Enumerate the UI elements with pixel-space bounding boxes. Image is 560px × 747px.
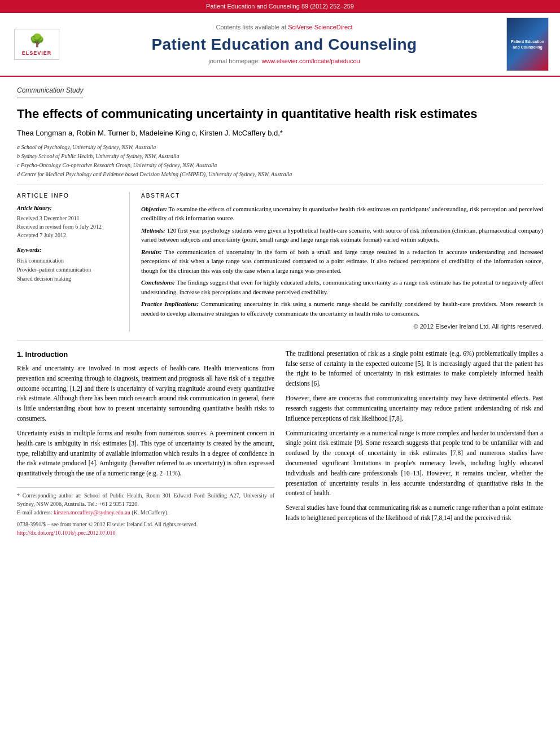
copyright-line: © 2012 Elsevier Ireland Ltd. All rights … bbox=[141, 322, 543, 331]
contents-label: Contents lists available at bbox=[216, 24, 286, 30]
body-col1-p1: Risk and uncertainty are involved in mos… bbox=[17, 364, 274, 424]
authors: Thea Longman a, Robin M. Turner b, Madel… bbox=[17, 128, 543, 138]
abstract-label-header: ABSTRACT bbox=[141, 192, 543, 200]
journal-citation-text: Patient Education and Counseling 89 (201… bbox=[206, 3, 354, 10]
body-col2-p3: Communicating uncertainty as a numerical… bbox=[286, 429, 543, 499]
body-col2-p4: Several studies have found that communic… bbox=[286, 503, 543, 523]
methods-label: Methods: bbox=[141, 227, 165, 234]
journal-cover-image: Patient Education and Counseling bbox=[506, 18, 549, 71]
conclusions-label: Conclusions: bbox=[141, 279, 175, 286]
revised-date: Received in revised form 6 July 2012 bbox=[17, 222, 121, 231]
corresponding-footnote: * Corresponding author at: School of Pub… bbox=[17, 491, 274, 508]
results-text: The communication of uncertainty in the … bbox=[141, 248, 543, 274]
sciverse-line: Contents lists available at SciVerse Sci… bbox=[62, 23, 506, 32]
homepage-label: journal homepage: bbox=[208, 58, 260, 64]
affiliations: a School of Psychology, University of Sy… bbox=[17, 143, 543, 185]
journal-header: 🌳 ELSEVIER Contents lists available at S… bbox=[0, 13, 560, 77]
body-col-right: The traditional presentation of risk as … bbox=[286, 349, 543, 537]
body-col1-p2: Uncertainty exists in multiple forms and… bbox=[17, 429, 274, 479]
journal-header-center: Contents lists available at SciVerse Sci… bbox=[62, 23, 506, 65]
conclusions-text: The findings suggest that even for highl… bbox=[141, 279, 543, 295]
body-col-left: 1. Introduction Risk and uncertainty are… bbox=[17, 349, 274, 537]
body-col2-p2: However, there are concerns that communi… bbox=[286, 394, 543, 423]
article-type: Communication Study bbox=[17, 86, 83, 98]
results-label: Results: bbox=[141, 248, 162, 255]
body-columns: 1. Introduction Risk and uncertainty are… bbox=[17, 349, 543, 537]
journal-citation-bar: Patient Education and Counseling 89 (201… bbox=[0, 0, 560, 13]
footnote-area: * Corresponding author at: School of Pub… bbox=[17, 487, 274, 537]
accepted-date: Accepted 7 July 2012 bbox=[17, 231, 121, 239]
keywords-label: Keywords: bbox=[17, 246, 121, 254]
practice-label: Practice Implications: bbox=[141, 300, 199, 307]
article-info-abstract-section: ARTICLE INFO Article history: Received 3… bbox=[17, 192, 543, 331]
body-col2-p1: The traditional presentation of risk as … bbox=[286, 349, 543, 389]
email-footnote: E-mail address: kirsten.mccaffery@sydney… bbox=[17, 508, 274, 517]
objective-text: To examine the effects of communicating … bbox=[141, 206, 543, 222]
keyword-1: Risk communication bbox=[17, 256, 121, 265]
journal-cover-text: Patient Education and Counseling bbox=[507, 37, 548, 53]
sciverse-link[interactable]: SciVerse ScienceDirect bbox=[288, 24, 352, 30]
keyword-2: Provider–patient communication bbox=[17, 265, 121, 274]
objective-label: Objective: bbox=[141, 206, 167, 212]
history-label: Article history: bbox=[17, 204, 121, 212]
elsevier-tree-icon: 🌳 bbox=[29, 32, 45, 50]
email-suffix: (K. McCaffery). bbox=[132, 509, 168, 516]
doi-link[interactable]: http://dx.doi.org/10.1016/j.pec.2012.07.… bbox=[17, 530, 116, 536]
email-link[interactable]: kirsten.mccaffery@sydney.edu.au bbox=[54, 509, 130, 516]
affiliation-d: d Centre for Medical Psychology and Evid… bbox=[17, 170, 543, 179]
journal-title: Patient Education and Counseling bbox=[62, 33, 506, 55]
affiliation-b: b Sydney School of Public Health, Univer… bbox=[17, 152, 543, 161]
article-info-column: ARTICLE INFO Article history: Received 3… bbox=[17, 192, 130, 331]
elsevier-box: 🌳 ELSEVIER bbox=[14, 29, 59, 60]
affiliation-c: c Psycho-Oncology Co-operative Research … bbox=[17, 161, 543, 170]
journal-homepage: journal homepage: www.elsevier.com/locat… bbox=[62, 57, 506, 65]
elsevier-logo: 🌳 ELSEVIER bbox=[11, 29, 62, 60]
methods-text: 120 first year psychology students were … bbox=[141, 227, 543, 243]
keyword-3: Shared decision making bbox=[17, 274, 121, 283]
section1-heading: 1. Introduction bbox=[17, 349, 274, 360]
email-label: E-mail address: bbox=[17, 509, 52, 516]
main-content: Communication Study The effects of commu… bbox=[0, 77, 560, 548]
authors-text: Thea Longman a, Robin M. Turner b, Madel… bbox=[17, 129, 283, 137]
homepage-url[interactable]: www.elsevier.com/locate/pateducou bbox=[261, 58, 360, 64]
abstract-results: Results: The communication of uncertaint… bbox=[141, 247, 543, 276]
abstract-column: ABSTRACT Objective: To examine the effec… bbox=[141, 192, 543, 331]
abstract-methods: Methods: 120 first year psychology stude… bbox=[141, 226, 543, 244]
elsevier-label: ELSEVIER bbox=[22, 50, 52, 57]
article-title: The effects of communicating uncertainty… bbox=[17, 106, 543, 123]
article-history: Article history: Received 3 December 201… bbox=[17, 204, 121, 239]
article-info-label: ARTICLE INFO bbox=[17, 192, 121, 200]
abstract-objective: Objective: To examine the effects of com… bbox=[141, 204, 543, 223]
keywords-block: Keywords: Risk communication Provider–pa… bbox=[17, 246, 121, 283]
abstract-conclusions: Conclusions: The findings suggest that e… bbox=[141, 278, 543, 296]
section-divider bbox=[17, 340, 543, 340]
issn-line: 0738-3991/$ – see front matter © 2012 El… bbox=[17, 520, 274, 528]
doi-line: http://dx.doi.org/10.1016/j.pec.2012.07.… bbox=[17, 528, 274, 537]
abstract-practice: Practice Implications: Communicating unc… bbox=[141, 299, 543, 318]
affiliation-a: a School of Psychology, University of Sy… bbox=[17, 143, 543, 152]
practice-text: Communicating uncertainty in risk using … bbox=[141, 300, 543, 317]
received-date: Received 3 December 2011 bbox=[17, 214, 121, 222]
